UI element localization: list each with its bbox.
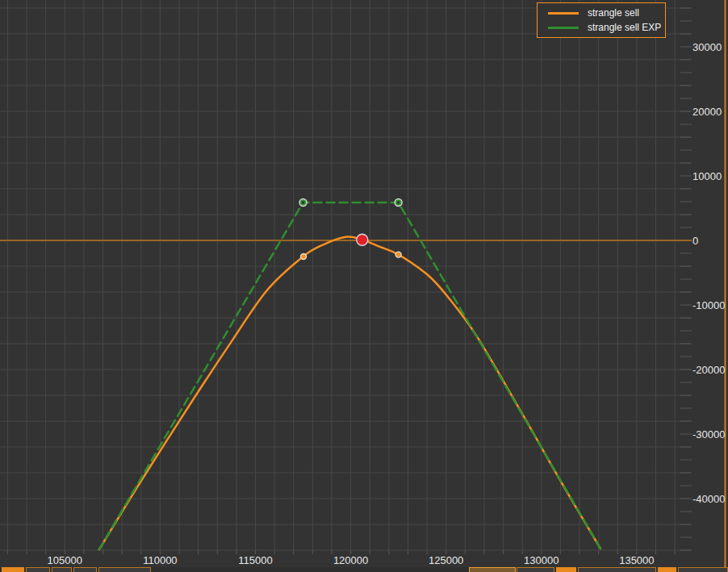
y-axis-labels: 3000020000100000-10000-20000-30000-40000 — [692, 41, 725, 505]
toolbar-button-4[interactable] — [98, 567, 151, 572]
toolbar-button-2[interactable] — [52, 567, 72, 572]
toolbar-button-7[interactable] — [556, 567, 576, 572]
y-tick-label: -10000 — [692, 299, 725, 311]
payoff-chart: 1050001100001150001200001250001300001350… — [0, 0, 728, 572]
call-strike-dot-circle — [395, 252, 401, 257]
toolbar-button-8[interactable] — [578, 567, 656, 572]
put-strike-dot[interactable] — [301, 254, 307, 260]
y-tick-label: 30000 — [692, 41, 722, 53]
y-tick-label: 0 — [692, 235, 698, 247]
put-strike-exp-dot-center — [302, 201, 304, 203]
legend-line-sample-orange — [548, 12, 579, 15]
y-tick-label: -40000 — [692, 493, 725, 505]
toolbar-button-5[interactable] — [469, 567, 516, 572]
call-strike-exp-dot-center — [397, 201, 400, 203]
toolbar-button-3[interactable] — [73, 567, 97, 572]
toolbar-button-1[interactable] — [26, 567, 50, 572]
y-tick-label: 10000 — [692, 170, 722, 182]
current-price-handle-circle — [357, 234, 368, 245]
legend-item-strangle-sell[interactable]: strangle sell — [548, 7, 665, 19]
legend-item-strangle-sell-exp[interactable]: strangle sell EXP — [548, 22, 665, 34]
series-line-strangle-sell — [99, 236, 600, 549]
y-tick-label: -30000 — [692, 428, 725, 440]
x-tick-label: 110000 — [143, 554, 177, 566]
option-strategy-chart-window: 1050001100001150001200001250001300001350… — [0, 0, 728, 572]
x-tick-label: 135000 — [619, 554, 654, 566]
legend-line-sample-green — [548, 27, 579, 29]
y-tick-label: -20000 — [692, 364, 725, 376]
x-axis-labels: 1050001100001150001200001250001300001350… — [48, 554, 655, 566]
series-line-strangle-sell-exp — [99, 202, 600, 549]
grid-lines — [0, 0, 690, 550]
x-tick-label: 120000 — [333, 554, 368, 566]
toolbar-button-6[interactable] — [517, 567, 554, 572]
toolbar-button-10[interactable] — [678, 567, 728, 572]
put-strike-dot-circle — [301, 254, 307, 260]
call-strike-exp-dot[interactable] — [395, 199, 402, 207]
legend-label: strangle sell — [588, 7, 639, 19]
x-tick-label: 125000 — [429, 554, 463, 566]
y-tick-label: 20000 — [692, 106, 722, 118]
call-strike-dot[interactable] — [395, 252, 401, 257]
bottom-toolbar — [0, 567, 728, 572]
chart-legend: strangle sell strangle sell EXP — [537, 2, 666, 38]
legend-label: strangle sell EXP — [588, 22, 661, 33]
current-price-handle[interactable] — [357, 234, 368, 245]
y-axis-tick-marks — [7, 8, 692, 554]
toolbar-button-0[interactable] — [2, 567, 24, 572]
x-tick-label: 105000 — [48, 554, 82, 566]
toolbar-button-9[interactable] — [658, 567, 676, 572]
x-tick-label: 130000 — [524, 554, 559, 566]
put-strike-exp-dot[interactable] — [299, 199, 307, 207]
x-tick-label: 115000 — [238, 554, 272, 566]
